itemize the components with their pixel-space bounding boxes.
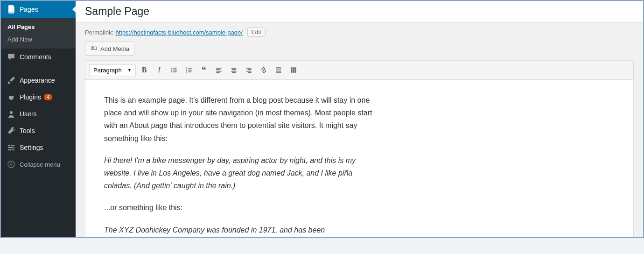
add-media-label: Add Media (100, 45, 129, 52)
comment-icon (7, 52, 16, 62)
sidebar-sub-all-pages[interactable]: All Pages (1, 21, 76, 33)
svg-rect-20 (216, 68, 221, 69)
editor-toolbar: Paragraph ▼ B I 123 “ (85, 60, 634, 80)
svg-rect-41 (293, 69, 294, 71)
svg-rect-43 (291, 71, 292, 72)
svg-point-2 (10, 111, 13, 114)
align-left-button[interactable] (212, 64, 225, 77)
svg-rect-33 (276, 69, 281, 70)
svg-rect-44 (293, 71, 294, 72)
permalink-row: Permalink: https://hostingfacts-bluehost… (76, 23, 643, 42)
svg-rect-27 (232, 72, 236, 73)
svg-rect-17 (188, 70, 191, 71)
svg-rect-30 (246, 71, 251, 72)
pages-icon (7, 5, 16, 14)
user-icon (7, 109, 16, 119)
read-more-button[interactable] (272, 64, 285, 77)
align-right-button[interactable] (242, 64, 255, 77)
page-title: Sample Page (76, 1, 643, 23)
svg-rect-15 (188, 68, 191, 69)
svg-rect-38 (293, 67, 294, 69)
media-row: Add Media (76, 42, 643, 60)
sidebar-submenu-pages: All Pages Add New (1, 18, 76, 49)
sidebar-item-appearance[interactable]: Appearance (1, 72, 76, 89)
svg-rect-29 (248, 69, 251, 70)
numbered-list-icon: 123 (185, 66, 193, 74)
italic-button[interactable]: I (153, 64, 166, 77)
sidebar-label: Users (20, 110, 37, 118)
svg-rect-39 (294, 67, 296, 69)
align-center-icon (230, 66, 238, 74)
svg-rect-31 (248, 72, 251, 73)
content-paragraph: This is an example page. It's different … (104, 94, 375, 145)
media-icon (90, 45, 98, 52)
svg-rect-1 (9, 5, 14, 11)
sidebar-label: Settings (20, 144, 43, 151)
svg-rect-45 (294, 71, 296, 72)
bullet-list-icon (170, 66, 178, 74)
toolbar-toggle-icon (290, 66, 297, 74)
sidebar-sub-add-new[interactable]: Add New (1, 33, 76, 46)
svg-point-5 (10, 149, 12, 151)
align-center-button[interactable] (227, 64, 240, 77)
sidebar-label: Pages (20, 6, 38, 13)
edit-permalink-button[interactable]: Edit (247, 28, 266, 37)
svg-rect-22 (216, 71, 221, 72)
sidebar-label: Collapse menu (20, 161, 60, 168)
chevron-down-icon: ▼ (127, 68, 132, 72)
sidebar-label: Comments (20, 53, 51, 61)
link-button[interactable] (257, 64, 270, 77)
numbered-list-button[interactable]: 123 (182, 64, 196, 77)
sidebar-item-tools[interactable]: Tools (1, 122, 76, 139)
sidebar-item-comments[interactable]: Comments (1, 49, 76, 65)
svg-rect-26 (231, 71, 236, 72)
svg-rect-32 (276, 67, 281, 68)
align-right-icon (245, 66, 252, 74)
svg-rect-28 (246, 68, 251, 69)
brush-icon (7, 76, 16, 85)
read-more-icon (275, 66, 282, 74)
toolbar-toggle-button[interactable] (287, 64, 300, 77)
permalink-url[interactable]: https://hostingfacts-bluehost.com/sample… (115, 29, 242, 36)
svg-rect-37 (291, 67, 292, 69)
blockquote-button[interactable]: “ (197, 64, 210, 77)
permalink-label: Permalink: (85, 29, 113, 36)
svg-point-8 (171, 68, 172, 69)
svg-point-4 (12, 147, 14, 148)
sidebar-item-settings[interactable]: Settings (1, 139, 76, 156)
svg-point-6 (8, 161, 14, 168)
admin-sidebar: Pages All Pages Add New Comments Appeara… (1, 1, 76, 237)
sidebar-label: Tools (20, 127, 35, 134)
sliders-icon (7, 143, 16, 152)
svg-point-7 (92, 47, 94, 49)
content-quote: Hi there! I'm a bike messenger by day, a… (104, 154, 375, 192)
add-media-button[interactable]: Add Media (85, 42, 134, 56)
svg-point-10 (171, 70, 172, 71)
sidebar-label: Plugins (20, 93, 41, 101)
format-select[interactable]: Paragraph ▼ (89, 64, 136, 76)
svg-rect-25 (232, 69, 236, 70)
wrench-icon (7, 126, 16, 135)
main-content: Sample Page Permalink: https://hostingfa… (76, 1, 643, 237)
svg-rect-24 (231, 68, 236, 69)
sidebar-item-pages[interactable]: Pages (1, 1, 76, 18)
svg-rect-40 (291, 69, 292, 71)
plugins-badge: 4 (44, 94, 52, 100)
link-icon (260, 66, 267, 74)
sidebar-item-users[interactable]: Users (1, 106, 76, 122)
svg-rect-21 (216, 69, 219, 70)
svg-rect-13 (173, 71, 176, 72)
sidebar-item-collapse[interactable]: Collapse menu (1, 156, 76, 173)
svg-text:3: 3 (186, 71, 188, 73)
svg-point-3 (9, 145, 11, 146)
bullet-list-button[interactable] (168, 64, 181, 77)
plug-icon (7, 92, 16, 102)
svg-rect-42 (294, 69, 296, 71)
svg-rect-19 (188, 71, 191, 72)
svg-rect-9 (173, 68, 176, 69)
format-selected: Paragraph (93, 67, 122, 74)
editor-content[interactable]: This is an example page. It's different … (85, 80, 634, 237)
align-left-icon (215, 66, 223, 74)
bold-button[interactable]: B (138, 64, 151, 77)
sidebar-item-plugins[interactable]: Plugins 4 (1, 89, 76, 106)
